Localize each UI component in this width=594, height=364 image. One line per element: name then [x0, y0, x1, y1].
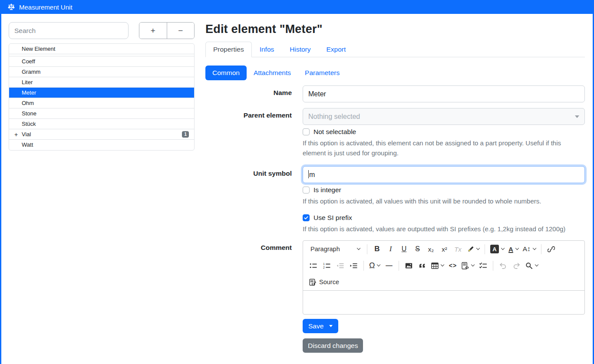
image-icon — [405, 262, 412, 269]
tree-item[interactable]: Stück — [9, 119, 194, 129]
source-label: Source — [319, 279, 339, 285]
insert-table-dropdown[interactable] — [429, 259, 446, 272]
link-button[interactable] — [545, 243, 558, 256]
tree-item[interactable]: Liter — [9, 77, 194, 88]
font-size-dropdown[interactable]: A↕ — [521, 243, 538, 256]
source-button[interactable]: Source — [307, 275, 342, 289]
save-label: Save — [308, 322, 323, 330]
horizontal-line-button[interactable]: — — [383, 259, 395, 272]
is-integer-help: If this option is activated, all values … — [303, 196, 585, 206]
expand-all-button[interactable]: + — [139, 23, 167, 39]
remove-format-button[interactable]: Tx — [452, 243, 464, 256]
name-label: Name — [205, 85, 292, 102]
save-dropdown-caret-icon[interactable] — [329, 325, 333, 327]
unit-symbol-field[interactable] — [303, 166, 585, 183]
svg-text:1: 1 — [323, 262, 325, 266]
editor-toolbar-row-3: Source — [303, 274, 584, 290]
search-input[interactable] — [9, 22, 129, 39]
tree-item-label: Vial — [22, 131, 31, 138]
si-prefix-row: Use SI prefix — [303, 214, 585, 222]
not-selectable-label: Not selectable — [314, 128, 356, 136]
tree-item[interactable]: Watt — [9, 140, 194, 150]
tree-item[interactable]: Gramm — [9, 67, 194, 77]
paragraph-style-dropdown[interactable]: Paragraph — [307, 243, 363, 256]
font-size-icon: A↕ — [523, 245, 531, 253]
tree-item[interactable]: Ohm — [9, 98, 194, 108]
indent-button[interactable] — [347, 259, 360, 272]
tab-export[interactable]: Export — [319, 42, 354, 57]
subtab-attachments[interactable]: Attachments — [247, 66, 298, 80]
font-color-dropdown[interactable]: A — [507, 243, 520, 256]
main-content: Edit element "Meter" Properties Infos Hi… — [197, 14, 593, 364]
parent-element-placeholder: Nothing selected — [308, 113, 360, 121]
tree-item-new-element[interactable]: New Element — [9, 44, 194, 54]
special-characters-dropdown[interactable]: Ω — [367, 259, 382, 272]
toolbar-separator — [399, 261, 399, 271]
block-quote-button[interactable] — [416, 259, 429, 272]
tree-item-selected[interactable]: Meter — [9, 88, 194, 98]
discard-label: Discard changes — [308, 342, 358, 350]
not-selectable-help: If this option is activated, this elemen… — [303, 138, 585, 158]
tree-item[interactable]: Stone — [9, 108, 194, 119]
inline-code-button[interactable]: <> — [446, 259, 459, 272]
table-icon — [431, 262, 439, 269]
bulleted-list-button[interactable] — [307, 259, 320, 272]
numbered-list-button[interactable]: 1 2 — [320, 259, 333, 272]
is-integer-row: Is integer — [303, 186, 585, 194]
tab-infos[interactable]: Infos — [252, 42, 282, 57]
discard-changes-button[interactable]: Discard changes — [303, 338, 363, 353]
insert-image-button[interactable] — [403, 259, 415, 272]
si-prefix-help: If this option is activated, values are … — [303, 224, 585, 234]
expand-node-icon[interactable]: + — [14, 129, 18, 140]
outdent-button[interactable] — [334, 259, 346, 272]
subtab-parameters[interactable]: Parameters — [298, 66, 346, 80]
tab-properties[interactable]: Properties — [205, 42, 252, 57]
underline-button[interactable]: U — [398, 243, 410, 256]
toolbar-separator — [363, 261, 364, 271]
tree-item[interactable]: Coeff — [9, 56, 194, 67]
font-color-icon: A — [508, 246, 513, 253]
chevron-down-icon — [533, 246, 536, 250]
is-integer-checkbox[interactable] — [303, 187, 310, 193]
chevron-down-icon — [476, 246, 480, 250]
child-count-badge: 1 — [182, 131, 189, 138]
not-selectable-row: Not selectable — [303, 128, 585, 136]
parent-element-select[interactable]: Nothing selected — [303, 108, 585, 125]
indent-icon — [350, 262, 357, 269]
tab-history[interactable]: History — [282, 42, 318, 57]
collapse-all-button[interactable]: − — [167, 23, 195, 39]
subtab-common[interactable]: Common — [205, 66, 247, 80]
toolbar-separator — [493, 261, 493, 271]
name-field[interactable] — [303, 85, 585, 102]
font-background-icon: A — [490, 245, 499, 253]
comment-editing-area[interactable] — [303, 291, 584, 314]
find-replace-icon — [525, 262, 533, 269]
save-button[interactable]: Save — [303, 319, 338, 333]
paragraph-style-label: Paragraph — [310, 246, 340, 253]
chevron-down-icon — [515, 246, 519, 250]
todo-list-button[interactable] — [477, 259, 489, 272]
toolbar-separator — [541, 244, 541, 254]
si-prefix-checkbox[interactable] — [303, 214, 310, 221]
bold-button[interactable]: B — [371, 243, 383, 256]
block-quote-icon — [419, 262, 426, 269]
italic-button[interactable]: I — [384, 243, 397, 256]
not-selectable-checkbox[interactable] — [303, 128, 310, 135]
comment-row: Comment Paragraph B I U S x₂ x² — [205, 240, 585, 353]
bulleted-list-icon — [310, 262, 317, 269]
undo-button[interactable] — [497, 259, 509, 272]
redo-icon — [513, 262, 520, 269]
editor-toolbar-row-1: Paragraph B I U S x₂ x² Tx — [303, 241, 584, 257]
subscript-button[interactable]: x₂ — [425, 243, 437, 256]
strikethrough-button[interactable]: S — [411, 243, 424, 256]
tab-bar: Properties Infos History Export — [205, 42, 585, 57]
find-replace-dropdown[interactable] — [524, 259, 540, 272]
superscript-button[interactable]: x² — [438, 243, 451, 256]
font-background-dropdown[interactable]: A — [488, 243, 506, 256]
code-block-dropdown[interactable] — [460, 259, 476, 272]
toolbar-separator — [485, 244, 485, 254]
redo-button[interactable] — [510, 259, 523, 272]
is-integer-label: Is integer — [314, 186, 341, 194]
highlight-dropdown[interactable] — [465, 243, 481, 256]
tree-item-expandable[interactable]: + Vial 1 — [9, 129, 194, 140]
